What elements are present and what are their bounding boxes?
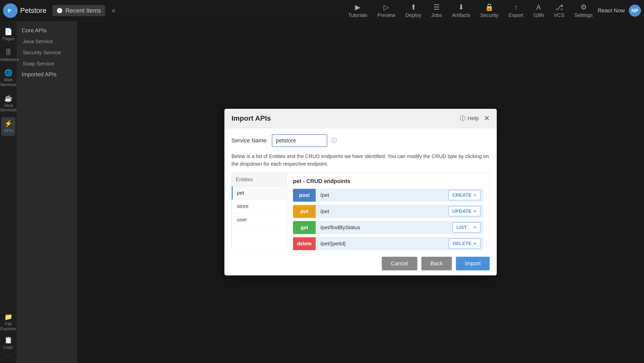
sidebar-item-file-explorer[interactable]: 📁 File Explorer	[1, 310, 15, 334]
toolbar: P Petstore 🕐 Recent Items ⊞ ▶ Tutorials …	[0, 0, 644, 21]
preview-icon: ▷	[384, 3, 389, 11]
deploy-icon: ⬆	[411, 3, 416, 11]
user-avatar[interactable]: NP	[629, 5, 641, 17]
crud-section-title: pet - CRUD endpoints	[293, 178, 483, 185]
method-post-badge: post	[293, 189, 316, 202]
logs-icon: 📋	[4, 336, 12, 344]
method-delete-badge: delete	[293, 237, 316, 250]
toolbar-nav: ▶ Tutorials ▷ Preview ⬆ Deploy ☰ Jobs ⬇ …	[348, 3, 593, 18]
apis-icon: ⚡	[4, 120, 12, 127]
databases-icon: 🗄	[5, 48, 12, 56]
entity-item-user[interactable]: user	[232, 213, 287, 226]
sidebar-bottom: 📁 File Explorer 📋 Logs ···	[1, 310, 15, 363]
crud-type-list-dropdown[interactable]: LIST ▼	[453, 222, 480, 232]
import-button[interactable]: Import	[456, 257, 490, 270]
side-panel: Core APIs Java Service Security Service …	[17, 21, 77, 363]
service-name-row: Service Name: ⓘ	[231, 134, 490, 147]
vcs-label: VCS	[554, 12, 564, 18]
crud-type-update-label: UPDATE	[452, 209, 472, 214]
sidebar-item-databases[interactable]: 🗄 Databases	[1, 46, 15, 65]
app-name: Petstore	[20, 7, 46, 15]
crud-type-create-dropdown[interactable]: CREATE ▼	[448, 190, 480, 200]
sidebar-databases-label: Databases	[0, 57, 19, 62]
sidebar-item-apis[interactable]: ⚡ APIs	[1, 117, 15, 136]
i18n-icon: A	[536, 3, 541, 11]
close-button[interactable]: ✕	[484, 115, 490, 122]
artifacts-label: Artifacts	[452, 12, 470, 18]
cancel-button[interactable]: Cancel	[382, 257, 417, 270]
settings-label: Settings	[574, 12, 593, 18]
jobs-icon: ☰	[433, 3, 440, 11]
import-apis-modal: Import APIs ⓘ Help ✕ Service Name: ⓘ Bel…	[224, 109, 497, 275]
sidebar-apis-label: APIs	[4, 128, 13, 133]
entity-item-pet[interactable]: pet	[232, 186, 287, 200]
app-logo[interactable]: P	[3, 3, 18, 18]
nav-security[interactable]: 🔒 Security	[480, 3, 499, 18]
nav-deploy[interactable]: ⬆ Deploy	[405, 3, 421, 18]
nav-preview[interactable]: ▷ Preview	[377, 3, 395, 18]
preview-label: Preview	[377, 12, 395, 18]
nav-i18n[interactable]: A I18N	[533, 3, 544, 18]
sidebar-item-web-services[interactable]: 🌐 Web Services	[1, 66, 15, 90]
endpoints-panel: pet - CRUD endpoints post /pet CREATE ▼	[287, 173, 490, 251]
imported-apis-section-title: Imported APIs	[17, 69, 77, 80]
help-button[interactable]: ⓘ Help	[460, 115, 479, 122]
crud-type-update-dropdown[interactable]: UPDATE ▼	[448, 206, 480, 216]
side-panel-java-service[interactable]: Java Service	[17, 36, 77, 47]
nav-vcs[interactable]: ⎇ VCS	[554, 3, 564, 18]
service-name-label: Service Name:	[231, 137, 268, 144]
entities-sidebar: Entities pet store user	[231, 173, 287, 251]
sidebar-item-pages[interactable]: 📄 Pages	[1, 25, 15, 44]
nav-export[interactable]: ↑ Export	[509, 3, 523, 18]
sidebar-item-logs[interactable]: 📋 Logs	[1, 334, 15, 352]
endpoint-path-put-pet: /pet	[316, 205, 448, 218]
nav-artifacts[interactable]: ⬇ Artifacts	[452, 3, 470, 18]
tutorials-label: Tutorials	[348, 12, 367, 18]
pages-icon: 📄	[4, 28, 12, 36]
nav-jobs[interactable]: ☰ Jobs	[431, 3, 442, 18]
entity-item-store[interactable]: store	[232, 200, 287, 213]
modal-header: Import APIs ⓘ Help ✕	[224, 109, 497, 128]
service-name-input[interactable]	[272, 134, 327, 147]
back-button[interactable]: Back	[421, 257, 452, 270]
modal-overlay: Import APIs ⓘ Help ✕ Service Name: ⓘ Bel…	[77, 21, 644, 363]
nav-tutorials[interactable]: ▶ Tutorials	[348, 3, 367, 18]
react-now-label: React Now	[598, 7, 625, 14]
sidebar-more-dots[interactable]: ···	[5, 352, 11, 359]
tutorials-icon: ▶	[355, 3, 361, 11]
side-panel-soap-service[interactable]: Soap Service	[17, 58, 77, 69]
entity-endpoint-panel: Entities pet store user pet - CRUD endpo…	[231, 173, 490, 251]
crud-type-delete-label: DELETE	[453, 241, 472, 246]
deploy-label: Deploy	[405, 12, 421, 18]
clock-icon: 🕐	[56, 8, 63, 14]
web-services-icon: 🌐	[4, 69, 12, 77]
endpoint-row-delete-pet: delete /pet/{petId} DELETE ▼	[293, 237, 483, 250]
help-label: Help	[467, 115, 479, 122]
endpoint-row-get-pet: get /pet/findByStatus LIST ▼	[293, 221, 483, 234]
crud-type-delete-dropdown[interactable]: DELETE ▼	[449, 239, 480, 249]
settings-icon: ⚙	[580, 3, 587, 11]
description-text: Below is a list of Entities and the CRUD…	[231, 152, 490, 168]
nav-settings[interactable]: ⚙ Settings	[574, 3, 593, 18]
modal-footer: Cancel Back Import	[224, 251, 497, 275]
modal-title: Import APIs	[231, 114, 460, 122]
endpoint-path-delete-pet: /pet/{petId}	[316, 237, 449, 250]
method-get-badge: get	[293, 221, 316, 234]
i18n-label: I18N	[533, 12, 544, 18]
entities-header: Entities	[232, 173, 287, 186]
side-panel-security-service[interactable]: Security Service	[17, 47, 77, 58]
sidebar-java-services-label: Java Services	[0, 103, 16, 113]
main-content: Core APIs Java Service Security Service …	[17, 21, 644, 363]
recent-items-label: Recent Items	[65, 7, 101, 14]
grid-icon[interactable]: ⊞	[109, 6, 118, 15]
file-explorer-icon: 📁	[4, 313, 12, 321]
security-icon: 🔒	[485, 3, 494, 11]
export-label: Export	[509, 12, 523, 18]
recent-items-button[interactable]: 🕐 Recent Items	[52, 5, 105, 16]
jobs-label: Jobs	[431, 12, 442, 18]
java-services-icon: ☕	[4, 94, 12, 102]
sidebar-item-java-services[interactable]: ☕ Java Services	[1, 92, 15, 115]
dropdown-arrow-icon-2: ▼	[473, 209, 477, 213]
service-name-info-icon[interactable]: ⓘ	[331, 137, 337, 144]
endpoint-path-get-pet: /pet/findByStatus	[316, 221, 453, 234]
